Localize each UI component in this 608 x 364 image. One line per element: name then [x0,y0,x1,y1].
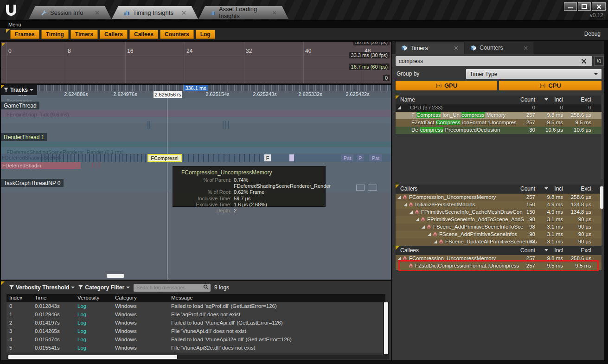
tree-table-row[interactable]: FScene_AddPrimitiveSceneInfos983.1 ms90 … [396,231,602,238]
column-header[interactable]: Index [9,295,22,300]
event-tick[interactable] [92,162,93,168]
column-header[interactable]: Incl [554,247,563,254]
verbosity-threshold-filter[interactable]: Verbosity Threshold [9,284,75,291]
column-header[interactable]: Count [520,96,535,103]
scrollbar-track[interactable] [602,96,602,179]
expander-icon[interactable] [403,203,407,206]
expander-icon[interactable] [397,196,401,199]
counters-button[interactable]: Counters [160,30,194,39]
menu-button[interactable]: Menu [8,22,21,27]
event-tick[interactable] [99,162,100,168]
clear-search-icon[interactable] [581,58,587,64]
timing-event-row[interactable]: FDeferredShadingSceneR [1,154,391,162]
event-tick[interactable] [149,121,150,129]
timing-button[interactable]: Timing [41,30,69,39]
close-icon[interactable] [524,46,528,50]
timer-row[interactable]: FCompression_UncompressMemory 257 9.8 ms… [396,112,602,119]
expander-icon[interactable] [397,106,401,109]
log-row[interactable]: 50.015541sLogWindowsFile 'VtuneApi32e.dl… [6,344,383,353]
tree-table-row[interactable]: InitializePersistentMdcIds1504.9 ms134.8… [396,201,602,209]
log-button[interactable]: Log [196,30,215,39]
timing-event-bar[interactable]: FDeferredShadingSceneRenderer_Render (0.… [1,147,391,153]
close-button[interactable] [592,2,606,11]
close-icon[interactable] [454,46,458,50]
tab-timing-insights[interactable]: Timing Insights [112,6,198,19]
minimize-button[interactable] [564,2,577,11]
event-bar[interactable]: Pat [341,154,353,161]
tab-timers[interactable]: Timers [396,42,464,54]
timing-event-bar[interactable]: FEngineLoop_Tick (9.6 ms) [1,110,391,117]
column-header[interactable]: Excl [581,96,591,103]
column-header[interactable]: Message [171,295,193,300]
tree-table-row[interactable]: FCompression_UncompressMemory2579.8 ms25… [396,194,602,201]
column-header[interactable]: Name [400,96,415,103]
log-row[interactable]: 10.012946sLogWindowsFile 'aqProf.dll' do… [6,311,383,319]
event-bar[interactable] [289,154,294,161]
tree-table-row[interactable]: FPrimitiveSceneInfo_CacheMeshDrawCon1504… [396,209,602,216]
column-header[interactable]: Verbosity [77,295,99,300]
expander-icon[interactable] [416,218,419,221]
column-header[interactable]: Excl [581,185,591,192]
tree-table-row[interactable]: FScene_UpdateAllPrimitiveSceneInfos983.1… [396,238,602,246]
vertical-scrollbar[interactable] [384,302,388,354]
timing-event-bar[interactable] [1,117,391,123]
not-filter-button[interactable]: !0 [594,56,604,66]
cpu-toggle-button[interactable]: CPU [499,81,602,90]
log-row[interactable]: 00.012843sLogWindowsFailed to load 'aqPr… [6,302,383,311]
event-bar[interactable]: F [264,154,271,161]
log-row[interactable]: 40.015474sLogWindowsFailed to load 'Vtun… [6,336,383,345]
column-header[interactable]: Incl [554,185,563,192]
panel-divider[interactable] [1,280,391,281]
event-ticks-cluster[interactable] [183,154,261,162]
expander-icon[interactable] [397,257,401,260]
tree-table-row[interactable]: FScene_AddPrimitiveSceneInfoToSce983.1 m… [396,224,602,231]
tracks-menu-button[interactable]: Tracks [1,85,37,95]
event-tick[interactable] [147,121,148,129]
column-header[interactable]: Time [35,295,46,300]
tab-session-info[interactable]: Session Info [29,6,111,19]
render-thread-track-label[interactable]: RenderThread 1 [1,133,47,141]
timers-button[interactable]: Timers [70,30,98,39]
time-ruler[interactable] [37,85,391,91]
event-tick[interactable] [225,121,226,129]
column-header[interactable]: Category [115,295,137,300]
gpu-toggle-button[interactable]: GPU [396,81,497,90]
expander-icon[interactable] [434,240,437,243]
vertical-scrollbar[interactable] [600,186,603,209]
event-tick[interactable] [223,121,224,129]
frames-panel[interactable]: 0 8 16 24 32 40 48 50 ms (20 fps) 33.3 m… [1,42,391,83]
maximize-button[interactable] [578,2,591,11]
column-header[interactable]: Incl [554,96,563,103]
event-bar[interactable]: P [357,154,364,161]
event-bar[interactable]: FDeferredShadin [1,162,81,169]
expander-icon[interactable] [410,211,413,214]
panel-divider[interactable] [391,41,392,360]
timers-search-input[interactable] [396,56,592,66]
close-icon[interactable] [182,11,186,15]
callees-button[interactable]: Callees [129,30,158,39]
expander-icon[interactable] [422,225,425,229]
log-search-input[interactable] [134,284,211,292]
close-icon[interactable] [273,11,276,15]
event-bar[interactable] [356,185,365,191]
timer-row[interactable]: DecompressPrecomputedOcclusion 30 10.6 µ… [396,127,602,134]
close-icon[interactable] [95,11,99,15]
frames-button[interactable]: Frames [10,30,39,39]
timing-event-bar[interactable] [1,141,391,147]
event-tick[interactable] [95,162,96,168]
tab-counters[interactable]: Counters [465,42,533,54]
tree-table-row[interactable]: FPrimitiveSceneInfo_AddToScene_AddS983.1… [396,216,602,224]
column-header[interactable]: Count [520,185,535,192]
event-ticks-cluster[interactable] [41,154,146,162]
timing-view-panel[interactable]: 336.1 ms 2.6250567s '97s 2.624886s 2.624… [1,85,391,280]
category-filter[interactable]: Category Filter [78,284,130,291]
event-tick[interactable] [228,121,229,129]
column-header[interactable]: Excl [581,247,591,254]
highlighted-event-bar[interactable]: FCompressi [147,154,182,162]
timer-group-row[interactable]: CPU (3 / 233) 0 0 0 [396,104,602,112]
tab-asset-loading-insights[interactable]: Asset Loading Insights [198,6,288,19]
horizontal-scrollbar[interactable] [8,355,177,359]
log-row[interactable]: 30.014265sLogWindowsFile 'VtuneApi.dll' … [6,327,383,336]
debug-menu[interactable]: Debug [584,31,601,37]
column-header[interactable]: Count [520,247,535,254]
